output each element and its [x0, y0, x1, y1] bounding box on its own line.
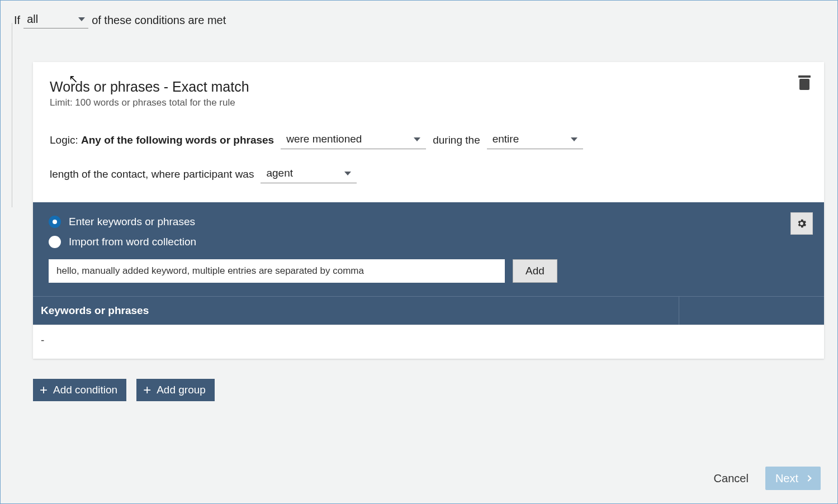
trash-icon [798, 75, 811, 90]
gear-icon [796, 218, 807, 229]
radio-import-collection[interactable]: Import from word collection [49, 236, 808, 248]
radio-label: Enter keywords or phrases [69, 216, 195, 228]
svg-rect-1 [803, 75, 806, 76]
chevron-right-icon [805, 475, 811, 481]
length-label: length of the contact, where participant… [50, 168, 254, 180]
participant-dropdown[interactable]: agent [261, 165, 357, 183]
add-button[interactable]: Add [513, 259, 557, 283]
caret-down-icon [414, 137, 420, 141]
caret-down-icon [571, 137, 577, 141]
rule-sentence: If all of these conditions are met [14, 12, 824, 28]
actions-row: + Add condition + Add group [33, 379, 824, 401]
cancel-button[interactable]: Cancel [714, 472, 749, 485]
radio-label: Import from word collection [69, 236, 196, 248]
svg-rect-2 [799, 79, 809, 90]
mention-value: were mentioned [286, 133, 362, 145]
keyword-panel: Enter keywords or phrases Import from wo… [33, 202, 824, 296]
add-condition-button[interactable]: + Add condition [33, 379, 126, 401]
keywords-table-header: Keywords or phrases [33, 296, 824, 325]
radio-icon [49, 236, 61, 248]
sentence-rest: of these conditions are met [92, 14, 226, 27]
if-label: If [14, 14, 20, 27]
table-row: - [33, 325, 824, 359]
scope-value: entire [493, 133, 519, 145]
quantifier-value: all [27, 13, 38, 26]
logic-row-1: Logic: Any of the following words or phr… [50, 131, 807, 149]
during-label: during the [433, 134, 480, 146]
mention-dropdown[interactable]: were mentioned [281, 131, 426, 149]
keywords-header-actions [679, 297, 824, 325]
radio-enter-keywords[interactable]: Enter keywords or phrases [49, 216, 808, 228]
caret-down-icon [78, 17, 85, 21]
participant-value: agent [266, 167, 293, 179]
logic-row-2: length of the contact, where participant… [50, 165, 807, 183]
keywords-header-cell: Keywords or phrases [33, 297, 679, 325]
button-label: Next [775, 472, 798, 485]
next-button[interactable]: Next [765, 467, 821, 490]
caret-down-icon [344, 172, 351, 175]
settings-button[interactable] [790, 212, 813, 235]
delete-condition-button[interactable] [798, 75, 811, 92]
radio-icon [49, 216, 61, 228]
logic-bold: Any of the following words or phrases [81, 134, 274, 146]
button-label: Add condition [53, 384, 117, 396]
scope-dropdown[interactable]: entire [487, 131, 583, 149]
condition-subtitle: Limit: 100 words or phrases total for th… [50, 97, 807, 108]
footer-actions: Cancel Next [714, 467, 821, 490]
condition-title: Words or phrases - Exact match [50, 79, 807, 95]
keywords-input[interactable] [49, 259, 505, 283]
group-vertical-rule [12, 23, 12, 207]
add-group-button[interactable]: + Add group [136, 379, 215, 401]
button-label: Add group [157, 384, 206, 396]
quantifier-dropdown[interactable]: all [23, 12, 88, 28]
condition-card: Words or phrases - Exact match Limit: 10… [33, 62, 824, 359]
logic-label: Logic: [50, 134, 78, 146]
